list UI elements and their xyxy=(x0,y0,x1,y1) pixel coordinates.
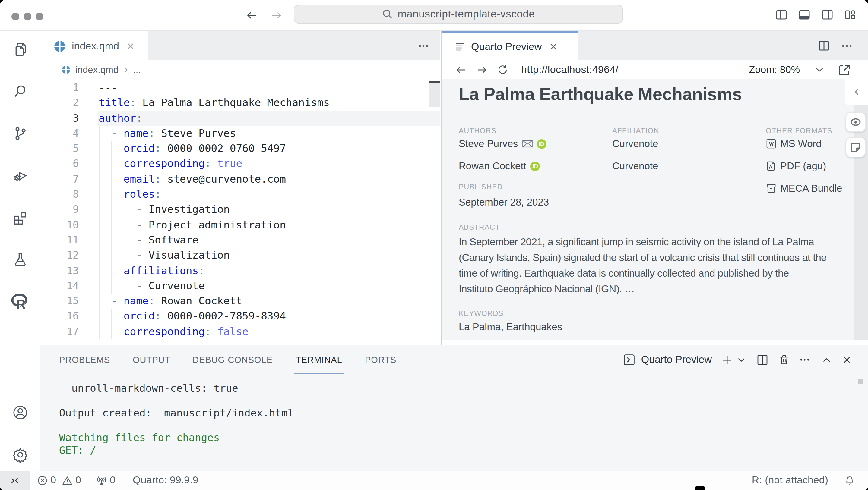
kill-terminal-trash-icon[interactable] xyxy=(779,354,789,365)
terminal-scrollbar[interactable] xyxy=(858,379,863,384)
code-line[interactable]: - Investigation xyxy=(99,202,330,218)
run-debug-icon[interactable] xyxy=(0,168,40,184)
chevron-down-icon[interactable] xyxy=(815,65,824,74)
email-icon[interactable] xyxy=(522,140,532,148)
panel-tab-output[interactable]: OUTPUT xyxy=(133,352,170,368)
orcid-icon[interactable]: iD xyxy=(536,139,546,149)
command-center-text: manuscript-template-vscode xyxy=(398,8,535,21)
settings-gear-icon[interactable] xyxy=(0,447,40,463)
quarto-preview-webview: La Palma Earthquake Mechanisms AUTHORS S… xyxy=(441,79,868,345)
code-line[interactable]: orcid: 0000-0002-0760-5497 xyxy=(99,141,330,156)
tab-close-icon[interactable] xyxy=(126,41,135,51)
code-content[interactable]: ---title: La Palma Earthquake Mechanisms… xyxy=(99,80,330,339)
toggle-panel-icon[interactable] xyxy=(798,9,810,21)
terminal-output[interactable]: unroll-markdown-cells: true Output creat… xyxy=(59,382,294,456)
line-number: 7 xyxy=(40,172,79,187)
open-external-icon[interactable] xyxy=(838,63,851,76)
msword-icon xyxy=(766,139,776,149)
line-number: 2 xyxy=(40,96,79,111)
terminal-dropdown-chevron-icon[interactable] xyxy=(737,356,746,364)
code-line[interactable]: affiliations: xyxy=(99,263,330,279)
code-line[interactable]: - Curvenote xyxy=(99,279,330,294)
code-line[interactable]: - name: Rowan Cockett xyxy=(99,294,330,309)
split-terminal-icon[interactable] xyxy=(757,354,768,365)
published-section: PUBLISHED September 28, 2023 xyxy=(459,182,549,208)
collapse-panel-button[interactable] xyxy=(845,79,868,105)
quarto-file-icon xyxy=(54,40,66,52)
error-count: 0 xyxy=(50,475,56,487)
r-status[interactable]: R: (not attached) xyxy=(752,471,828,490)
tab-close-icon[interactable] xyxy=(549,42,558,51)
notifications-status[interactable] xyxy=(844,471,855,490)
code-line[interactable]: orcid: 0000-0002-7859-8394 xyxy=(99,309,330,324)
ports-status[interactable]: 0 xyxy=(96,471,116,490)
code-line[interactable]: roles: xyxy=(99,187,330,202)
window-minimize-button[interactable] xyxy=(23,12,31,20)
history-forward-button[interactable] xyxy=(271,10,282,21)
more-actions-icon[interactable] xyxy=(417,40,430,52)
code-line[interactable]: corresponding: false xyxy=(99,324,330,339)
format-row[interactable]: MECA Bundle xyxy=(766,177,865,199)
new-terminal-icon[interactable] xyxy=(721,354,733,365)
history-back-button[interactable] xyxy=(246,10,257,21)
orcid-icon[interactable]: iD xyxy=(530,161,540,171)
code-line[interactable]: - name: Steve Purves xyxy=(99,126,330,141)
terminal-launch-icon[interactable] xyxy=(623,354,635,366)
format-label: MECA Bundle xyxy=(780,183,842,194)
code-line[interactable]: corresponding: true xyxy=(99,156,330,172)
tab-label: Quarto Preview xyxy=(471,41,542,53)
line-number: 6 xyxy=(40,156,79,172)
tab-index-qmd[interactable]: index.qmd xyxy=(40,31,148,61)
remote-indicator[interactable] xyxy=(0,471,30,490)
more-actions-icon[interactable] xyxy=(841,40,853,52)
accounts-icon[interactable] xyxy=(0,404,40,421)
preview-reload-icon[interactable] xyxy=(498,64,508,75)
format-row[interactable]: MS Word xyxy=(766,133,865,155)
code-editor[interactable]: 1234567891011121314151617 ---title: La P… xyxy=(40,79,440,345)
testing-icon[interactable] xyxy=(0,251,40,268)
preview-back-icon[interactable] xyxy=(456,64,466,75)
source-control-icon[interactable] xyxy=(0,125,40,142)
format-row[interactable]: PDF (agu) xyxy=(766,155,865,177)
panel-tab-problems[interactable]: PROBLEMS xyxy=(59,352,110,368)
quarto-status[interactable]: Quarto: 99.9.9 xyxy=(133,471,198,490)
keywords-section: KEYWORDS La Palma, Earthquakes xyxy=(459,309,562,333)
code-line[interactable]: title: La Palma Earthquake Mechanisms xyxy=(99,96,330,111)
maximize-panel-chevron-icon[interactable] xyxy=(822,355,831,364)
code-line[interactable]: - Visualization xyxy=(99,248,330,263)
code-line[interactable]: author: xyxy=(99,110,330,126)
tab-quarto-preview[interactable]: Quarto Preview xyxy=(441,31,579,61)
abstract-line: In September 2021, a significant jump in… xyxy=(459,234,827,250)
breadcrumb-more[interactable]: ... xyxy=(133,64,141,75)
panel-tab-terminal[interactable]: TERMINAL xyxy=(296,352,342,368)
dock-peek-artifact xyxy=(695,486,705,490)
toggle-secondary-sidebar-icon[interactable] xyxy=(821,9,833,21)
code-line[interactable]: - Software xyxy=(99,233,330,248)
code-line[interactable]: --- xyxy=(99,80,330,96)
code-line[interactable]: email: steve@curvenote.com xyxy=(99,172,330,187)
preview-forward-icon[interactable] xyxy=(476,64,487,75)
search-icon xyxy=(382,8,393,20)
preview-zoom-label[interactable]: Zoom: 80% xyxy=(749,64,800,75)
command-center-search[interactable]: manuscript-template-vscode xyxy=(294,5,623,24)
panel-tab-debug-console[interactable]: DEBUG CONSOLE xyxy=(192,352,273,368)
close-panel-icon[interactable] xyxy=(842,355,852,365)
extensions-icon[interactable] xyxy=(0,210,40,226)
meca-icon xyxy=(766,183,776,193)
breadcrumb-file[interactable]: index.qmd xyxy=(75,64,119,75)
terminal-selector-label[interactable]: Quarto Preview xyxy=(641,354,712,366)
toggle-primary-sidebar-icon[interactable] xyxy=(776,9,787,21)
window-zoom-button[interactable] xyxy=(35,12,43,20)
panel-tab-ports[interactable]: PORTS xyxy=(365,352,396,368)
split-editor-icon[interactable] xyxy=(818,40,829,51)
search-view-icon[interactable] xyxy=(0,83,40,99)
code-line[interactable]: - Project administration xyxy=(99,217,330,233)
window-close-button[interactable] xyxy=(11,12,19,20)
explorer-icon[interactable] xyxy=(0,41,40,58)
preview-url[interactable]: http://localhost:4964/ xyxy=(521,64,619,76)
editor-scrollbar[interactable] xyxy=(429,83,440,106)
panel-more-actions-icon[interactable] xyxy=(799,354,810,365)
r-view-icon[interactable]: R xyxy=(0,293,40,311)
customize-layout-icon[interactable] xyxy=(844,9,856,21)
problems-status[interactable]: 0 0 xyxy=(37,471,81,490)
